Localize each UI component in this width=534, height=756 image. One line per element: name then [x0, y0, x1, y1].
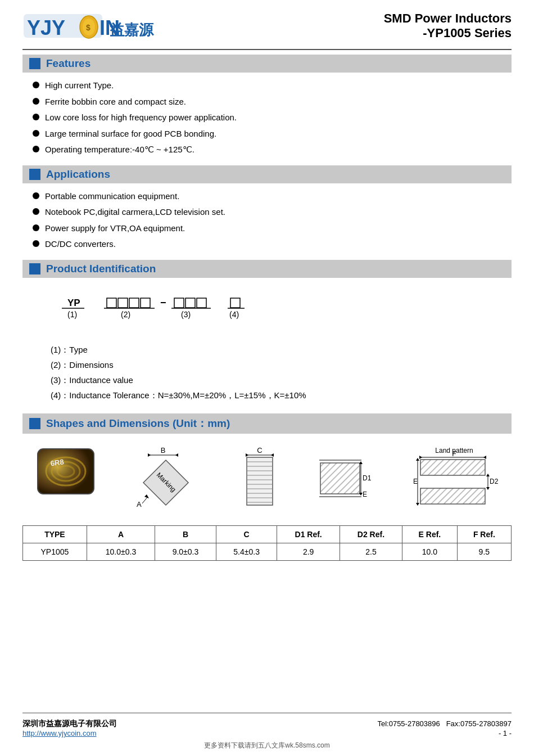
feature-item-3: Low core loss for high frequency power a…	[45, 111, 237, 124]
svg-text:YJY: YJY	[27, 16, 65, 39]
svg-text:E: E	[413, 478, 418, 485]
svg-text:F: F	[452, 450, 456, 458]
footer-tel: Tel:0755-27803896	[377, 719, 440, 728]
svg-rect-13	[141, 298, 150, 308]
list-item: Power supply for VTR,OA equipment.	[33, 222, 512, 235]
list-item: Operating temperature:-40℃ ~ +125℃.	[33, 143, 512, 156]
title-line1: SMD Power Inductors	[384, 11, 512, 26]
cell-type: YP1005	[23, 543, 87, 560]
svg-text:−: −	[160, 297, 166, 308]
svg-marker-76	[486, 474, 490, 476]
table-row: YP1005 10.0±0.3 9.0±0.3 5.4±0.3 2.9 2.5 …	[23, 543, 512, 560]
col-d1: D1 Ref.	[277, 525, 340, 543]
bullet-dot	[33, 208, 39, 215]
footer: 深圳市益嘉源电子有限公司 http://www.yjycoin.com Tel:…	[22, 713, 512, 737]
footer-fax: Fax:0755-27803897	[446, 719, 512, 728]
svg-marker-77	[486, 487, 490, 490]
svg-marker-73	[416, 503, 419, 506]
svg-rect-11	[118, 298, 128, 308]
svg-text:C: C	[257, 446, 263, 454]
coil-svg: C	[234, 446, 285, 514]
svg-marker-67	[483, 456, 486, 459]
svg-rect-18	[185, 298, 195, 308]
footer-right: Tel:0755-27803896 Fax:0755-27803897 - 1 …	[377, 719, 512, 737]
list-item: Portable communication equipment.	[33, 190, 512, 203]
footer-left: 深圳市益嘉源电子有限公司 http://www.yjycoin.com	[22, 719, 117, 737]
bullet-dot	[33, 224, 39, 231]
product-id-diagram: YP (1) (2) − (3) (4)	[51, 294, 512, 335]
svg-text:(4): (4)	[229, 310, 239, 319]
svg-text:益嘉源: 益嘉源	[110, 21, 155, 38]
product-id-svg: YP (1) (2) − (3) (4)	[51, 294, 332, 333]
svg-text:(1): (1)	[67, 310, 77, 319]
note-3: (3)：Inductance value	[51, 375, 512, 386]
svg-text:E: E	[363, 490, 367, 498]
applications-section-bar: Applications	[22, 165, 512, 183]
svg-marker-42	[271, 453, 274, 457]
page-number: - 1 -	[377, 729, 512, 737]
website-link[interactable]: http://www.yjycoin.com	[22, 729, 117, 737]
applications-title: Applications	[46, 168, 110, 181]
inductor-diagram: 6R8	[35, 446, 97, 497]
header: YJY $ IN 益嘉源 SMD Power Inductors -YP1005…	[22, 11, 512, 42]
company-name: 深圳市益嘉源电子有限公司	[22, 719, 117, 729]
svg-rect-17	[174, 298, 184, 308]
shapes-icon	[29, 418, 40, 429]
svg-marker-72	[416, 458, 419, 461]
svg-text:A: A	[137, 500, 142, 508]
cell-b: 9.0±0.3	[155, 543, 216, 560]
list-item: Low core loss for high frequency power a…	[33, 111, 512, 124]
logo-area: YJY $ IN 益嘉源	[22, 11, 135, 42]
svg-marker-32	[148, 453, 151, 457]
feature-item-4: Large terminal surface for good PCB bond…	[45, 128, 216, 141]
svg-marker-41	[246, 453, 248, 457]
feature-item-2: Ferrite bobbin core and compact size.	[45, 96, 186, 109]
shapes-section-bar: Shapes and Dimensions (Unit：mm)	[22, 413, 512, 434]
svg-rect-70	[420, 488, 485, 504]
product-id-notes: (1)：Type (2)：Dimensions (3)：Inductance v…	[51, 345, 512, 406]
svg-text:B: B	[161, 446, 166, 454]
features-list: High current Type. Ferrite bobbin core a…	[33, 79, 512, 160]
product-id-section-bar: Product Identification	[22, 260, 512, 278]
dimensions-table: TYPE A B C D1 Ref. D2 Ref. E Ref. F Ref.…	[22, 525, 512, 561]
feature-item-5: Operating temperature:-40℃ ~ +125℃.	[45, 143, 194, 156]
svg-marker-66	[419, 456, 422, 459]
bullet-dot	[33, 192, 39, 199]
svg-text:$: $	[86, 23, 90, 32]
cell-d1: 2.9	[277, 543, 340, 560]
cell-c: 5.4±0.3	[216, 543, 277, 560]
svg-text:D2: D2	[490, 478, 499, 485]
col-c: C	[216, 525, 277, 543]
svg-rect-69	[420, 460, 485, 475]
logo-icon: YJY $ IN 益嘉源	[22, 11, 135, 42]
d1-side-diagram: D1 E	[315, 446, 382, 515]
col-d2: D2 Ref.	[340, 525, 402, 543]
col-type: TYPE	[23, 525, 87, 543]
svg-text:(3): (3)	[181, 310, 191, 319]
list-item: DC/DC converters.	[33, 238, 512, 251]
col-b: B	[155, 525, 216, 543]
bullet-dot	[33, 130, 39, 137]
shapes-title: Shapes and Dimensions (Unit：mm)	[46, 416, 230, 431]
title-area: SMD Power Inductors -YP1005 Series	[384, 11, 512, 40]
col-f: F Ref.	[457, 525, 511, 543]
bullet-dot	[33, 82, 39, 88]
footer-area: 深圳市益嘉源电子有限公司 http://www.yjycoin.com Tel:…	[22, 704, 512, 750]
header-divider	[22, 49, 512, 50]
list-item: Large terminal surface for good PCB bond…	[33, 128, 512, 141]
svg-rect-10	[107, 298, 116, 308]
svg-rect-12	[129, 298, 139, 308]
cell-a: 10.0±0.3	[87, 543, 155, 560]
col-e: E Ref.	[402, 525, 458, 543]
app-item-2: Notebook PC,digital carmera,LCD televisi…	[45, 206, 225, 219]
applications-list: Portable communication equipment. Notebo…	[33, 190, 512, 254]
svg-rect-22	[230, 298, 240, 308]
feature-item-1: High current Type.	[45, 79, 114, 92]
features-section-bar: Features	[22, 55, 512, 73]
svg-text:(2): (2)	[121, 310, 130, 319]
svg-rect-55	[320, 463, 360, 494]
svg-text:D1: D1	[363, 474, 372, 482]
features-icon	[29, 58, 40, 69]
cell-d2: 2.5	[340, 543, 402, 560]
land-svg: Land pattern F E D2	[412, 446, 499, 514]
